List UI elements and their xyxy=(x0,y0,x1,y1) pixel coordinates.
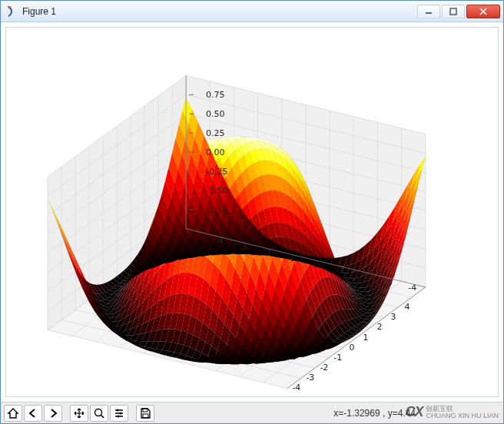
titlebar[interactable]: Figure 1 xyxy=(1,1,503,22)
svg-text:4: 4 xyxy=(404,302,410,312)
svg-point-1692 xyxy=(95,409,102,416)
svg-text:-3: -3 xyxy=(306,373,314,383)
svg-text:0.75: 0.75 xyxy=(206,90,225,100)
svg-point-1695 xyxy=(117,409,119,411)
save-button[interactable] xyxy=(136,405,154,422)
plot-3d-surface[interactable]: -4-3-2-101234-4-3-2-101234-0.75-0.50-0.2… xyxy=(6,28,498,396)
pan-button[interactable] xyxy=(70,405,88,422)
svg-text:2: 2 xyxy=(376,322,382,332)
svg-text:-4: -4 xyxy=(292,383,300,393)
navigation-toolbar: x=-1.32969 , y=4.44 xyxy=(1,402,503,423)
svg-line-1693 xyxy=(101,415,104,418)
window-title: Figure 1 xyxy=(22,6,413,17)
svg-point-1697 xyxy=(120,412,122,414)
canvas-frame: -4-3-2-101234-4-3-2-101234-0.75-0.50-0.2… xyxy=(5,27,499,397)
minimize-button[interactable] xyxy=(417,5,440,18)
close-button[interactable] xyxy=(466,5,500,18)
window-controls xyxy=(417,5,500,18)
maximize-button[interactable] xyxy=(442,5,465,18)
svg-text:-0.25: -0.25 xyxy=(206,167,227,177)
zoom-button[interactable] xyxy=(90,405,108,422)
python-tk-icon xyxy=(5,5,18,18)
svg-text:1: 1 xyxy=(363,333,368,343)
svg-text:0: 0 xyxy=(349,343,354,353)
svg-text:-1: -1 xyxy=(333,353,342,363)
configure-subplots-button[interactable] xyxy=(110,405,128,422)
svg-text:-2: -2 xyxy=(320,363,328,373)
svg-text:0.25: 0.25 xyxy=(206,128,225,138)
svg-text:0.50: 0.50 xyxy=(206,109,225,119)
cursor-coordinates: x=-1.32969 , y=4.44 xyxy=(333,408,500,419)
forward-button[interactable] xyxy=(44,405,62,422)
back-button[interactable] xyxy=(24,405,42,422)
app-window: Figure 1 -4-3-2-101234-4-3-2-101234-0.75… xyxy=(0,0,504,424)
svg-rect-1701 xyxy=(143,414,148,418)
home-button[interactable] xyxy=(4,405,22,422)
svg-text:3: 3 xyxy=(390,312,396,322)
svg-text:-0.50: -0.50 xyxy=(206,186,227,196)
svg-rect-1 xyxy=(450,8,456,15)
svg-point-1699 xyxy=(118,415,120,417)
svg-text:0.00: 0.00 xyxy=(206,147,225,157)
svg-text:-0.75: -0.75 xyxy=(206,205,227,215)
